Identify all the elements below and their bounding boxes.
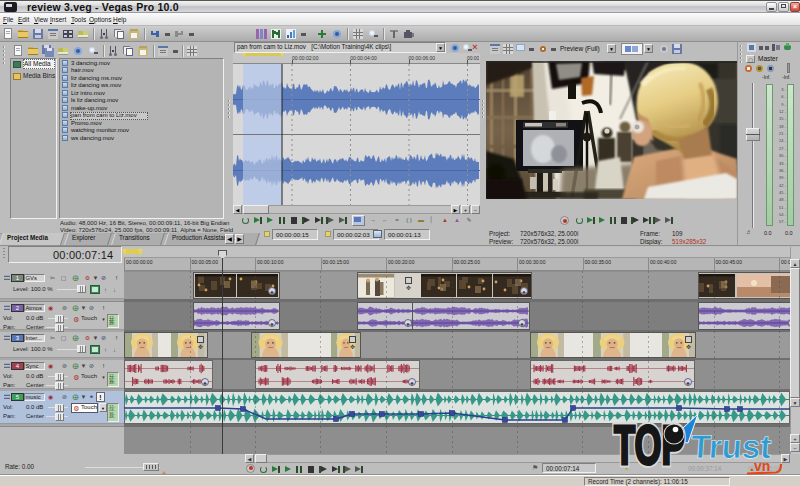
svg-text:.vn: .vn — [750, 458, 770, 474]
svg-text:TOP: TOP — [614, 414, 685, 476]
